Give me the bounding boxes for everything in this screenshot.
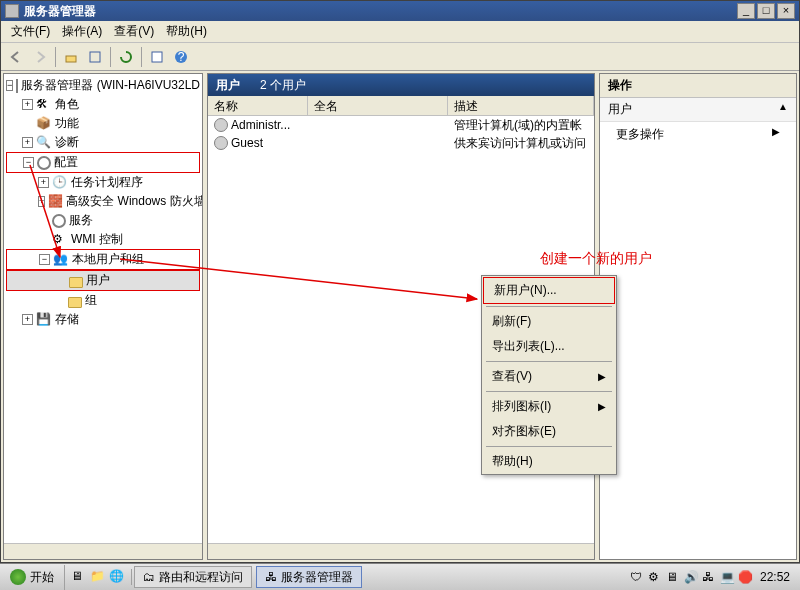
tree-features[interactable]: 📦 功能 — [6, 114, 200, 133]
clock[interactable]: 22:52 — [756, 570, 794, 584]
minimize-button[interactable]: _ — [737, 3, 755, 19]
up-button[interactable] — [60, 46, 82, 68]
expander-icon[interactable]: + — [22, 137, 33, 148]
action-more[interactable]: 更多操作 ▶ — [600, 122, 796, 147]
context-menu: 新用户(N)... 刷新(F) 导出列表(L)... 查看(V)▶ 排列图标(I… — [481, 275, 617, 475]
cm-refresh[interactable]: 刷新(F) — [482, 309, 616, 334]
col-fullname[interactable]: 全名 — [308, 96, 448, 115]
menu-view[interactable]: 查看(V) — [108, 21, 160, 42]
menu-action[interactable]: 操作(A) — [56, 21, 108, 42]
chevron-right-icon: ▶ — [598, 371, 606, 382]
ql-ie-icon[interactable]: 🌐 — [109, 569, 125, 585]
tree-diagnostics[interactable]: + 🔍 诊断 — [6, 133, 200, 152]
maximize-button[interactable]: □ — [757, 3, 775, 19]
expander-icon[interactable]: + — [38, 177, 49, 188]
cm-arrange-icons[interactable]: 排列图标(I)▶ — [482, 394, 616, 419]
gear-icon — [37, 156, 51, 170]
col-name[interactable]: 名称 — [208, 96, 308, 115]
chevron-up-icon[interactable]: ▲ — [778, 101, 788, 118]
expander-icon[interactable]: + — [22, 99, 33, 110]
clock-icon: 🕒 — [52, 175, 68, 191]
tree-groups[interactable]: 组 — [6, 291, 200, 310]
cm-export-list[interactable]: 导出列表(L)... — [482, 334, 616, 359]
expander-icon[interactable]: − — [39, 254, 50, 265]
window-title: 服务器管理器 — [22, 3, 737, 20]
tray-icon[interactable]: 💻 — [720, 570, 734, 584]
tray-icon[interactable]: ⚙ — [648, 570, 662, 584]
forward-button[interactable] — [29, 46, 51, 68]
expander-icon[interactable]: − — [23, 157, 34, 168]
tray-icon[interactable]: 🛑 — [738, 570, 752, 584]
actions-subhead: 用户 ▲ — [600, 98, 796, 122]
list-item[interactable]: Administr... 管理计算机(域)的内置帐 — [208, 116, 594, 134]
ql-explorer-icon[interactable]: 📁 — [90, 569, 106, 585]
titlebar: 服务器管理器 _ □ × — [1, 1, 799, 21]
folder-icon — [68, 297, 82, 308]
diagnostics-icon: 🔍 — [36, 135, 52, 151]
ql-desktop-icon[interactable]: 🖥 — [71, 569, 87, 585]
tray-icon[interactable]: 🔊 — [684, 570, 698, 584]
cm-align-icons[interactable]: 对齐图标(E) — [482, 419, 616, 444]
features-icon: 📦 — [36, 116, 52, 132]
horizontal-scrollbar[interactable] — [208, 543, 594, 559]
menubar: 文件(F) 操作(A) 查看(V) 帮助(H) — [1, 21, 799, 43]
app-icon — [5, 4, 19, 18]
tree-users[interactable]: 用户 — [6, 270, 200, 291]
help-button[interactable]: ? — [170, 46, 192, 68]
chevron-right-icon: ▶ — [772, 126, 780, 143]
expander-icon[interactable]: + — [38, 196, 45, 207]
tree-roles[interactable]: + 🛠 角色 — [6, 95, 200, 114]
svg-rect-2 — [152, 52, 162, 62]
wmi-icon: ⚙ — [52, 232, 68, 248]
show-hide-button[interactable] — [84, 46, 106, 68]
expander-icon[interactable]: + — [22, 314, 33, 325]
close-button[interactable]: × — [777, 3, 795, 19]
user-icon — [214, 136, 228, 150]
tray-icon[interactable]: 🖥 — [666, 570, 680, 584]
tree-services[interactable]: 服务 — [6, 211, 200, 230]
main-window: 服务器管理器 _ □ × 文件(F) 操作(A) 查看(V) 帮助(H) ? − — [0, 0, 800, 563]
tree-config[interactable]: − 配置 — [6, 152, 200, 173]
user-icon — [214, 118, 228, 132]
start-orb-icon — [10, 569, 26, 585]
actions-title: 操作 — [600, 74, 796, 98]
list-item[interactable]: Guest 供来宾访问计算机或访问 — [208, 134, 594, 152]
menu-help[interactable]: 帮助(H) — [160, 21, 213, 42]
tree-local-users-groups[interactable]: − 👥 本地用户和组 — [6, 249, 200, 270]
tree-wmi[interactable]: ⚙ WMI 控制 — [6, 230, 200, 249]
server-icon — [16, 79, 18, 93]
refresh-button[interactable] — [115, 46, 137, 68]
routing-icon: 🗂 — [143, 570, 155, 584]
start-button[interactable]: 开始 — [0, 565, 65, 590]
properties-button[interactable] — [146, 46, 168, 68]
list-title-bar: 用户 2 个用户 — [208, 74, 594, 96]
svg-text:?: ? — [178, 50, 185, 64]
tray-icon[interactable]: 🛡 — [630, 570, 644, 584]
taskbar-item-routing[interactable]: 🗂 路由和远程访问 — [134, 566, 252, 588]
cm-view[interactable]: 查看(V)▶ — [482, 364, 616, 389]
taskbar-item-server-manager[interactable]: 🖧 服务器管理器 — [256, 566, 362, 588]
list-count: 2 个用户 — [260, 77, 306, 94]
tree-panel: − 服务器管理器 (WIN-HA6IVU32LD + 🛠 角色 📦 功能 + 🔍 — [3, 73, 203, 560]
col-description[interactable]: 描述 — [448, 96, 594, 115]
tree-storage[interactable]: + 💾 存储 — [6, 310, 200, 329]
menu-file[interactable]: 文件(F) — [5, 21, 56, 42]
firewall-icon: 🧱 — [48, 194, 63, 210]
toolbar: ? — [1, 43, 799, 71]
cm-help[interactable]: 帮助(H) — [482, 449, 616, 474]
list-title: 用户 — [216, 77, 240, 94]
cm-new-user[interactable]: 新用户(N)... — [483, 277, 615, 304]
tree-firewall[interactable]: + 🧱 高级安全 Windows 防火墙 — [6, 192, 200, 211]
expander-icon[interactable]: − — [6, 80, 13, 91]
tree-root[interactable]: − 服务器管理器 (WIN-HA6IVU32LD — [6, 76, 200, 95]
annotation-label: 创建一个新的用户 — [540, 250, 652, 268]
chevron-right-icon: ▶ — [598, 401, 606, 412]
horizontal-scrollbar[interactable] — [4, 543, 202, 559]
quick-launch: 🖥 📁 🌐 — [65, 569, 132, 585]
roles-icon: 🛠 — [36, 97, 52, 113]
tree-task-scheduler[interactable]: + 🕒 任务计划程序 — [6, 173, 200, 192]
tray-icon[interactable]: 🖧 — [702, 570, 716, 584]
folder-icon — [69, 277, 83, 288]
back-button[interactable] — [5, 46, 27, 68]
storage-icon: 💾 — [36, 312, 52, 328]
